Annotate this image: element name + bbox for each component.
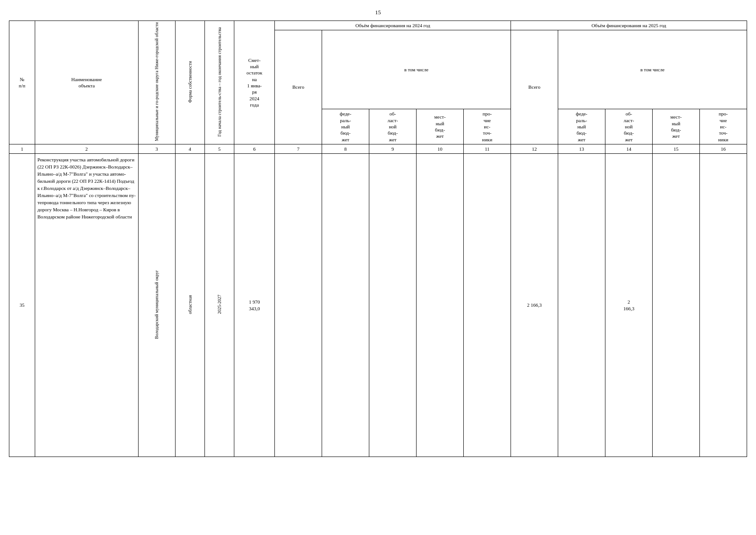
colnum-5: 5	[204, 144, 234, 153]
row-pro-24	[464, 154, 511, 457]
row-vsego-24	[275, 154, 322, 457]
page-number: 15	[9, 9, 747, 16]
header-vsego-25: Всего	[511, 30, 558, 144]
row-num: 35	[9, 154, 35, 457]
row-vsego-25: 2 166,3	[511, 154, 558, 457]
colnum-8: 8	[322, 144, 369, 153]
colnum-7: 7	[275, 144, 322, 153]
header-num: № п/п	[9, 21, 35, 144]
header-name: Наименование объекта	[35, 21, 138, 144]
header-2024-group: Объём финансирования на 2024 год	[275, 21, 511, 30]
colnum-3: 3	[138, 144, 175, 153]
colnum-4: 4	[175, 144, 204, 153]
colnum-9: 9	[369, 144, 417, 153]
header-smet: Смет- ный остаток на 1 янва- ря 2024 год…	[234, 21, 275, 144]
header-forma: Форма собственности	[175, 21, 204, 144]
colnum-13: 13	[558, 144, 605, 153]
colnum-1: 1	[9, 144, 35, 153]
colnum-2: 2	[35, 144, 138, 153]
header-row-1: № п/п Наименование объекта Муниципальные…	[9, 21, 747, 30]
row-name: Реконструкция участка автомо­бильной дор…	[35, 154, 138, 457]
header-ob-24: об- ласт- ной бюд- жет	[369, 109, 417, 144]
colnum-12: 12	[511, 144, 558, 153]
row-mun: Володарский муниципальный округ	[138, 154, 175, 457]
row-forma: областная	[175, 154, 204, 457]
colnum-15: 15	[653, 144, 700, 153]
header-col-numbers: 1 2 3 4 5 6 7 8 9 10 11 12 13 14 15 16	[9, 144, 747, 153]
header-mest-24: мест- ный бюд- жет	[417, 109, 464, 144]
header-pro-25: про- чие ис- точ- ники	[699, 109, 747, 144]
colnum-16: 16	[699, 144, 747, 153]
row-smet: 1 970 343,0	[234, 154, 275, 457]
row-fed-24	[322, 154, 369, 457]
row-fed-25	[558, 154, 605, 457]
header-pro-24: про- чие ис- точ- ники	[464, 109, 511, 144]
header-mest-25: мест- ный бюд- жет	[653, 109, 700, 144]
row-mest-25	[653, 154, 700, 457]
row-ob-25: 2 166,3	[605, 154, 653, 457]
header-fed-24: феде- раль- ный бюд- жет	[322, 109, 369, 144]
header-2025-group: Объём финансирования на 2025 год	[511, 21, 747, 30]
header-vtch-2025: в том числе	[558, 30, 747, 109]
header-vtch-2024: в том числе	[322, 30, 511, 109]
header-god: Год начала строитель-ства – год окончани…	[204, 21, 234, 144]
row-ob-24	[369, 154, 417, 457]
colnum-14: 14	[605, 144, 653, 153]
header-mun: Муниципальные и го-родские округа Ниже-г…	[138, 21, 175, 144]
colnum-10: 10	[417, 144, 464, 153]
row-god: 2025-2027	[204, 154, 234, 457]
colnum-6: 6	[234, 144, 275, 153]
row-pro-25	[699, 154, 747, 457]
header-ob-25: об- ласт- ной бюд- жет	[605, 109, 653, 144]
row-mest-24	[417, 154, 464, 457]
header-vsego-24: Всего	[275, 30, 322, 144]
table-row: 35 Реконструкция участка автомо­бильной …	[9, 154, 747, 457]
header-fed-25: феде- раль- ный бюд- жет	[558, 109, 605, 144]
colnum-11: 11	[464, 144, 511, 153]
